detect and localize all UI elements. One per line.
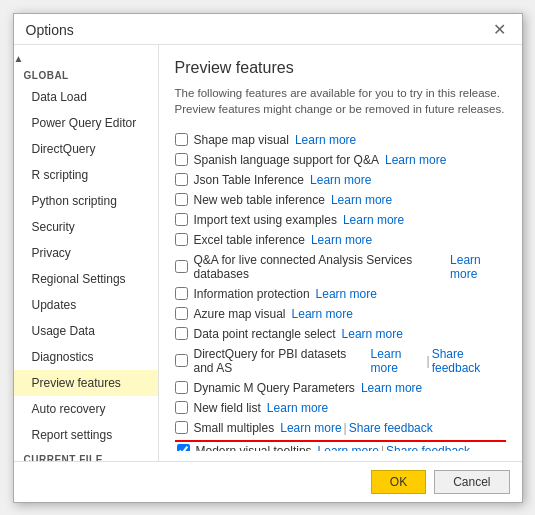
feature-qa-live: Q&A for live connected Analysis Services… (175, 250, 506, 284)
feature-small-multiples: Small multiples Learn more | Share feedb… (175, 418, 506, 438)
link-directquery-pbi-learn[interactable]: Learn more (371, 347, 425, 375)
checkbox-dynamic-m[interactable] (175, 381, 188, 394)
link-directquery-pbi-feedback[interactable]: Share feedback (432, 347, 506, 375)
checkbox-small-multiples[interactable] (175, 421, 188, 434)
link-info-protection-learn[interactable]: Learn more (316, 287, 377, 301)
dialog-body: ▲ GLOBAL Data Load Power Query Editor Di… (14, 45, 522, 461)
feature-data-point-rect: Data point rectangle select Learn more (175, 324, 506, 344)
link-modern-tooltips-learn[interactable]: Learn more (318, 444, 379, 451)
link-data-point-rect-learn[interactable]: Learn more (342, 327, 403, 341)
feature-azure-map: Azure map visual Learn more (175, 304, 506, 324)
sidebar-item-directquery[interactable]: DirectQuery (14, 136, 158, 162)
checkbox-new-web-table[interactable] (175, 193, 188, 206)
cancel-button[interactable]: Cancel (434, 470, 509, 494)
feature-new-web-table: New web table inference Learn more (175, 190, 506, 210)
label-dynamic-m: Dynamic M Query Parameters (194, 381, 355, 395)
label-new-field-list: New field list (194, 401, 261, 415)
label-data-point-rect: Data point rectangle select (194, 327, 336, 341)
sidebar-item-diagnostics[interactable]: Diagnostics (14, 344, 158, 370)
global-section-label: GLOBAL (14, 64, 158, 84)
checkbox-new-field-list[interactable] (175, 401, 188, 414)
ok-button[interactable]: OK (371, 470, 426, 494)
link-excel-table-learn[interactable]: Learn more (311, 233, 372, 247)
sidebar-item-report-settings[interactable]: Report settings (14, 422, 158, 448)
checkbox-import-text[interactable] (175, 213, 188, 226)
link-dynamic-m-learn[interactable]: Learn more (361, 381, 422, 395)
sidebar-item-auto-recovery[interactable]: Auto recovery (14, 396, 158, 422)
feature-import-text: Import text using examples Learn more (175, 210, 506, 230)
link-json-table-learn[interactable]: Learn more (310, 173, 371, 187)
sidebar-item-data-load[interactable]: Data Load (14, 84, 158, 110)
current-file-section-label: CURRENT FILE (14, 448, 158, 461)
feature-list: Shape map visual Learn more Spanish lang… (175, 130, 506, 451)
feature-spanish-qa: Spanish language support for Q&A Learn m… (175, 150, 506, 170)
checkbox-info-protection[interactable] (175, 287, 188, 300)
label-azure-map: Azure map visual (194, 307, 286, 321)
label-import-text: Import text using examples (194, 213, 337, 227)
link-small-multiples-feedback[interactable]: Share feedback (349, 421, 433, 435)
label-shape-map: Shape map visual (194, 133, 289, 147)
link-new-web-table-learn[interactable]: Learn more (331, 193, 392, 207)
main-content: Preview features The following features … (159, 45, 522, 461)
link-qa-live-learn[interactable]: Learn more (450, 253, 505, 281)
dialog-footer: OK Cancel (14, 461, 522, 502)
checkbox-spanish-qa[interactable] (175, 153, 188, 166)
feature-dynamic-m: Dynamic M Query Parameters Learn more (175, 378, 506, 398)
sep-small-multiples: | (344, 421, 347, 435)
feature-modern-tooltips: Modern visual tooltips Learn more | Shar… (175, 440, 506, 451)
checkbox-azure-map[interactable] (175, 307, 188, 320)
title-bar: Options ✕ (14, 14, 522, 45)
link-spanish-qa-learn[interactable]: Learn more (385, 153, 446, 167)
checkbox-data-point-rect[interactable] (175, 327, 188, 340)
main-title: Preview features (175, 59, 506, 77)
checkbox-json-table[interactable] (175, 173, 188, 186)
checkbox-directquery-pbi[interactable] (175, 354, 188, 367)
sidebar-item-privacy[interactable]: Privacy (14, 240, 158, 266)
checkbox-shape-map[interactable] (175, 133, 188, 146)
label-modern-tooltips: Modern visual tooltips (196, 444, 312, 451)
sidebar-item-updates[interactable]: Updates (14, 292, 158, 318)
sidebar-item-python-scripting[interactable]: Python scripting (14, 188, 158, 214)
sep-directquery-pbi: | (427, 354, 430, 368)
link-azure-map-learn[interactable]: Learn more (292, 307, 353, 321)
main-description: The following features are available for… (175, 85, 506, 118)
dialog-title: Options (26, 22, 74, 38)
label-spanish-qa: Spanish language support for Q&A (194, 153, 379, 167)
checkbox-qa-live[interactable] (175, 260, 188, 273)
feature-json-table: Json Table Inference Learn more (175, 170, 506, 190)
label-excel-table: Excel table inference (194, 233, 305, 247)
link-import-text-learn[interactable]: Learn more (343, 213, 404, 227)
link-new-field-list-learn[interactable]: Learn more (267, 401, 328, 415)
feature-info-protection: Information protection Learn more (175, 284, 506, 304)
label-info-protection: Information protection (194, 287, 310, 301)
link-modern-tooltips-feedback[interactable]: Share feedback (386, 444, 470, 451)
sidebar-item-power-query-editor[interactable]: Power Query Editor (14, 110, 158, 136)
sidebar-item-security[interactable]: Security (14, 214, 158, 240)
checkbox-modern-tooltips[interactable] (177, 444, 190, 450)
sidebar-item-usage-data[interactable]: Usage Data (14, 318, 158, 344)
feature-excel-table: Excel table inference Learn more (175, 230, 506, 250)
checkbox-excel-table[interactable] (175, 233, 188, 246)
feature-shape-map: Shape map visual Learn more (175, 130, 506, 150)
label-small-multiples: Small multiples (194, 421, 275, 435)
sidebar-item-regional-settings[interactable]: Regional Settings (14, 266, 158, 292)
sidebar-item-preview-features[interactable]: Preview features (14, 370, 158, 396)
options-dialog: Options ✕ ▲ GLOBAL Data Load Power Query… (13, 13, 523, 503)
link-small-multiples-learn[interactable]: Learn more (280, 421, 341, 435)
link-shape-map-learn[interactable]: Learn more (295, 133, 356, 147)
sidebar-item-r-scripting[interactable]: R scripting (14, 162, 158, 188)
feature-new-field-list: New field list Learn more (175, 398, 506, 418)
feature-directquery-pbi: DirectQuery for PBI datasets and AS Lear… (175, 344, 506, 378)
label-directquery-pbi: DirectQuery for PBI datasets and AS (194, 347, 365, 375)
scroll-up-button[interactable]: ▲ (14, 53, 158, 64)
sidebar: ▲ GLOBAL Data Load Power Query Editor Di… (14, 45, 159, 461)
close-button[interactable]: ✕ (489, 22, 510, 38)
label-json-table: Json Table Inference (194, 173, 305, 187)
label-new-web-table: New web table inference (194, 193, 325, 207)
label-qa-live: Q&A for live connected Analysis Services… (194, 253, 445, 281)
sep-modern-tooltips: | (381, 444, 384, 451)
